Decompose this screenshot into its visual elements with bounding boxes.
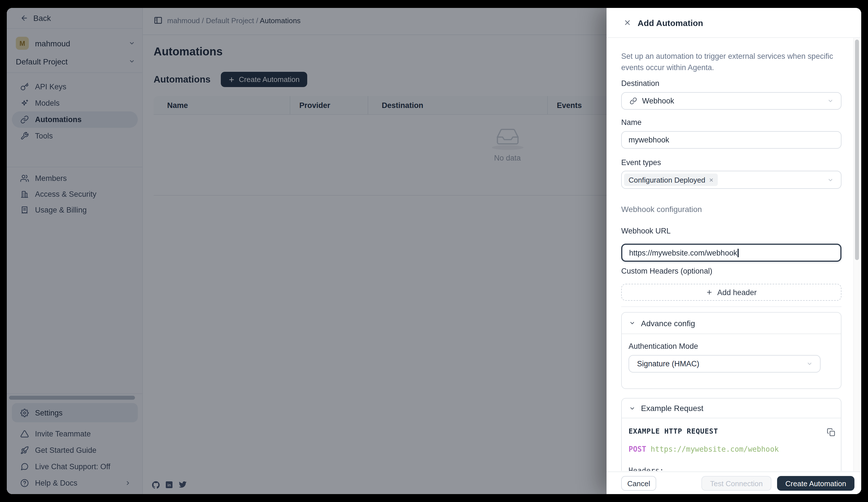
name-input[interactable]: mywebhook [621,131,841,149]
plus-icon [706,289,713,296]
advance-config-card: Advance config Authentication Mode Signa… [621,312,841,389]
name-input-value: mywebhook [629,136,669,144]
destination-select[interactable]: Webhook [621,92,841,110]
advance-config-title: Advance config [641,319,695,328]
close-icon[interactable] [623,19,631,27]
event-type-tag-label: Configuration Deployed [629,175,705,184]
webhook-url-input[interactable]: https://mywebsite.com/webhook [621,244,841,262]
chevron-down-icon [629,405,636,411]
chevron-down-icon [629,320,636,326]
cancel-button[interactable]: Cancel [621,476,656,491]
link-icon [630,97,637,104]
example-http-request-heading: EXAMPLE HTTP REQUEST [629,427,718,435]
copy-icon[interactable] [827,428,835,436]
body-divider [621,307,841,307]
example-request-title: Example Request [641,404,703,413]
drawer-description: Set up an automation to trigger external… [621,51,841,73]
remove-tag-icon[interactable] [709,177,714,182]
example-request-card: Example Request EXAMPLE HTTP REQUEST POS… [621,398,841,471]
clipped-headers-line: Headers: [629,466,664,471]
event-types-select[interactable]: Configuration Deployed [621,171,841,189]
add-header-label: Add header [717,288,757,297]
webhook-url-label: Webhook URL [621,227,841,235]
app-root: Back M mahmoud Default Project [0,0,868,502]
drawer-footer: Cancel Test Connection Create Automation [607,471,861,494]
auth-mode-select[interactable]: Signature (HMAC) [629,355,820,373]
event-type-tag: Configuration Deployed [624,173,718,186]
modal-dim-overlay[interactable] [7,8,607,494]
create-automation-submit-button[interactable]: Create Automation [777,476,855,491]
destination-label: Destination [621,79,841,88]
webhook-configuration-title: Webhook configuration [621,205,702,214]
chevron-down-icon [827,98,834,104]
name-label: Name [621,118,841,127]
add-automation-drawer: Add Automation Set up an automation to t… [607,8,861,494]
drawer-header: Add Automation [607,8,861,38]
event-types-label: Event types [621,158,841,167]
drawer-scrollbar-thumb[interactable] [855,40,859,260]
add-header-button[interactable]: Add header [621,284,841,301]
app-window: Back M mahmoud Default Project [7,8,861,494]
destination-value: Webhook [642,97,674,105]
chevron-down-icon [827,177,834,183]
chevron-down-icon [806,361,813,367]
text-caret [738,249,739,257]
auth-mode-value: Signature (HMAC) [637,360,700,368]
advance-config-header[interactable]: Advance config [622,313,841,334]
auth-mode-label: Authentication Mode [629,342,698,351]
example-request-header[interactable]: Example Request [622,399,841,418]
test-connection-button[interactable]: Test Connection [701,476,772,491]
drawer-scrollbar[interactable] [853,38,859,471]
webhook-url-value: https://mywebsite.com/webhook [629,249,737,257]
custom-headers-label: Custom Headers (optional) [621,267,841,275]
http-url: https://mywebsite.com/webhook [651,445,779,453]
example-request-line: POST https://mywebsite.com/webhook [629,445,779,453]
drawer-title: Add Automation [638,18,703,28]
http-method: POST [629,445,651,453]
